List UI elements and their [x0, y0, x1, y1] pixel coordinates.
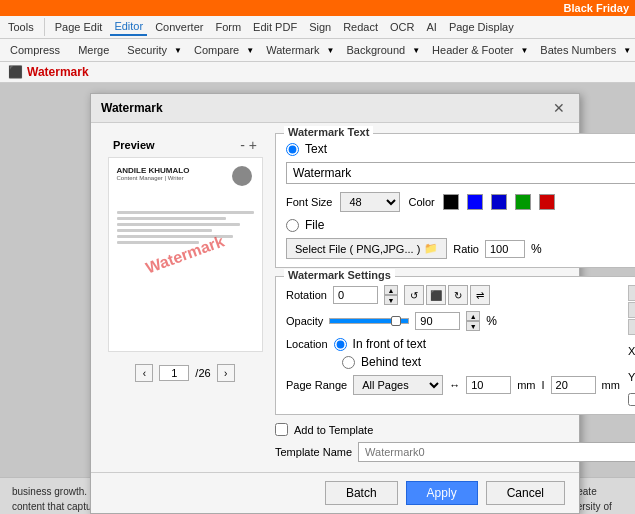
apply-button[interactable]: Apply	[406, 481, 478, 505]
color-red[interactable]	[539, 194, 555, 210]
black-friday-label: Black Friday	[564, 2, 629, 14]
rotation-down-button[interactable]: ▼	[384, 295, 398, 305]
page-display-btn[interactable]: Page Display	[445, 19, 518, 35]
text-radio[interactable]	[286, 143, 299, 156]
editor-btn[interactable]: Editor	[110, 18, 147, 36]
file-radio-label: File	[305, 218, 324, 232]
rotation-label: Rotation	[286, 289, 327, 301]
ratio-label: Ratio	[453, 243, 479, 255]
next-page-button[interactable]: ›	[217, 364, 235, 382]
security-dropdown[interactable]: Security ▼	[121, 42, 182, 58]
text-radio-label: Text	[305, 142, 327, 156]
grid-cell-tl[interactable]	[628, 285, 635, 301]
page-range-select[interactable]: All Pages	[353, 375, 443, 395]
zoom-out-button[interactable]: -	[240, 137, 245, 153]
form-btn[interactable]: Form	[211, 19, 245, 35]
bates-btn[interactable]: Bates Numbers	[534, 42, 622, 58]
dialog-right-panel: Watermark Text Text Font Size 48 Color	[275, 133, 635, 462]
rotate-icon-2[interactable]: ⬛	[426, 285, 446, 305]
text-radio-row: Text	[286, 142, 635, 156]
watermark-dialog: Watermark ✕ Preview - + ANDI	[90, 93, 580, 514]
doc-line-1	[117, 211, 254, 214]
dialog-titlebar: Watermark ✕	[91, 94, 579, 123]
header-footer-btn[interactable]: Header & Footer	[426, 42, 519, 58]
rotation-input[interactable]	[333, 286, 378, 304]
zoom-in-button[interactable]: +	[249, 137, 257, 153]
tile-checkbox[interactable]	[628, 393, 635, 406]
color-green[interactable]	[515, 194, 531, 210]
settings-right: X ▲ ▼ mm Y	[628, 285, 635, 406]
color-black[interactable]	[443, 194, 459, 210]
compare-btn[interactable]: Compare	[188, 42, 245, 58]
watermark-dropdown[interactable]: Watermark ▼	[260, 42, 334, 58]
rotate-icon-1[interactable]: ↺	[404, 285, 424, 305]
background-dropdown[interactable]: Background ▼	[340, 42, 420, 58]
header-footer-dropdown[interactable]: Header & Footer ▼	[426, 42, 528, 58]
position-grid[interactable]	[628, 285, 635, 335]
file-radio[interactable]	[286, 219, 299, 232]
watermark-caret-icon: ▼	[327, 46, 335, 55]
opacity-down-button[interactable]: ▼	[466, 321, 480, 331]
opacity-up-button[interactable]: ▲	[466, 311, 480, 321]
settings-main-layout: Rotation ▲ ▼ ↺ ⬛ ↻	[286, 285, 635, 406]
mm2-label: mm	[602, 379, 620, 391]
page-number-input[interactable]	[159, 365, 189, 381]
range-mm1-input[interactable]	[466, 376, 511, 394]
header-footer-caret-icon: ▼	[520, 46, 528, 55]
y-label: Y	[628, 371, 635, 383]
font-size-select[interactable]: 48	[340, 192, 400, 212]
opacity-input[interactable]	[415, 312, 460, 330]
watermark-text-input[interactable]	[286, 162, 635, 184]
rotation-row: Rotation ▲ ▼ ↺ ⬛ ↻	[286, 285, 620, 305]
watermark-text-section: Watermark Text Text Font Size 48 Color	[275, 133, 635, 268]
watermark-settings-section: Watermark Settings Rotation ▲	[275, 276, 635, 415]
settings-left: Rotation ▲ ▼ ↺ ⬛ ↻	[286, 285, 620, 406]
range-mm2-input[interactable]	[551, 376, 596, 394]
rotate-icon-4[interactable]: ⇌	[470, 285, 490, 305]
sign-btn[interactable]: Sign	[305, 19, 335, 35]
ratio-input[interactable]	[485, 240, 525, 258]
watermark-strip-label: Watermark	[27, 65, 89, 79]
page-total-label: /26	[195, 367, 210, 379]
range-separator: I	[542, 379, 545, 391]
cancel-button[interactable]: Cancel	[486, 481, 565, 505]
batch-button[interactable]: Batch	[325, 481, 398, 505]
dialog-close-button[interactable]: ✕	[549, 100, 569, 116]
ai-btn[interactable]: AI	[422, 19, 440, 35]
compress-btn[interactable]: Compress	[4, 42, 66, 58]
rotation-up-button[interactable]: ▲	[384, 285, 398, 295]
background-btn[interactable]: Background	[340, 42, 411, 58]
bates-dropdown[interactable]: Bates Numbers ▼	[534, 42, 631, 58]
opacity-slider[interactable]	[329, 318, 409, 324]
page-edit-btn[interactable]: Page Edit	[51, 19, 107, 35]
grid-cell-bl[interactable]	[628, 319, 635, 335]
page-range-row: Page Range All Pages ↔ mm I mm	[286, 375, 620, 395]
merge-btn[interactable]: Merge	[72, 42, 115, 58]
tools-btn[interactable]: Tools	[4, 19, 38, 35]
main-area: business growth. From market research to…	[0, 83, 635, 514]
behind-radio[interactable]	[342, 356, 355, 369]
redact-btn[interactable]: Redact	[339, 19, 382, 35]
preview-header: Preview - +	[105, 133, 265, 157]
file-row: Select File ( PNG,JPG... ) 📁 Ratio %	[286, 238, 635, 259]
color-blue1[interactable]	[467, 194, 483, 210]
edit-pdf-btn[interactable]: Edit PDF	[249, 19, 301, 35]
dialog-body: Preview - + ANDILE KHUMALO Content Manag…	[91, 123, 579, 472]
opacity-label: Opacity	[286, 315, 323, 327]
preview-document: ANDILE KHUMALO Content Manager | Writer …	[108, 157, 263, 352]
grid-cell-ml[interactable]	[628, 302, 635, 318]
security-btn[interactable]: Security	[121, 42, 173, 58]
converter-btn[interactable]: Converter	[151, 19, 207, 35]
in-front-radio[interactable]	[334, 338, 347, 351]
ocr-btn[interactable]: OCR	[386, 19, 418, 35]
prev-page-button[interactable]: ‹	[135, 364, 153, 382]
select-file-button[interactable]: Select File ( PNG,JPG... ) 📁	[286, 238, 447, 259]
watermark-btn[interactable]: Watermark	[260, 42, 325, 58]
color-blue2[interactable]	[491, 194, 507, 210]
rotate-icon-3[interactable]: ↻	[448, 285, 468, 305]
add-template-label: Add to Template	[294, 424, 373, 436]
add-template-checkbox[interactable]	[275, 423, 288, 436]
editor-toolbar: Compress Merge Security ▼ Compare ▼ Wate…	[0, 39, 635, 62]
compare-dropdown[interactable]: Compare ▼	[188, 42, 254, 58]
template-name-input[interactable]	[358, 442, 635, 462]
